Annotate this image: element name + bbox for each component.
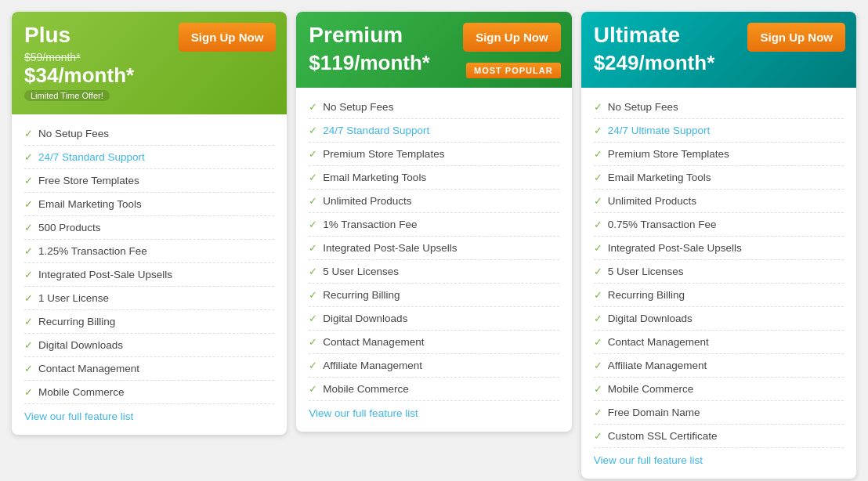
feature-item: ✓24/7 Standard Support (24, 146, 274, 169)
feature-label: Mobile Commerce (608, 383, 694, 395)
signup-button-plus[interactable]: Sign Up Now (179, 23, 277, 52)
price-main-plus: $34/month* (24, 63, 274, 88)
feature-list-link-ultimate[interactable]: View our full feature list (594, 454, 844, 466)
feature-item: ✓24/7 Ultimate Support (594, 119, 844, 143)
feature-item: ✓1 User License (24, 287, 274, 310)
checkmark-icon: ✓ (309, 266, 317, 277)
checkmark-icon: ✓ (24, 316, 33, 327)
signup-button-ultimate[interactable]: Sign Up Now (747, 23, 845, 52)
feature-item: ✓1.25% Transaction Fee (24, 240, 274, 263)
feature-label: 5 User Licenses (608, 266, 684, 277)
checkmark-icon: ✓ (24, 198, 33, 210)
feature-list-link-plus[interactable]: View our full feature list (24, 410, 274, 422)
feature-label: Email Marketing Tools (323, 172, 426, 183)
feature-label: Affiliate Management (608, 360, 707, 371)
checkmark-icon: ✓ (594, 242, 602, 254)
feature-label: Recurring Billing (38, 316, 115, 327)
feature-label: Free Domain Name (608, 407, 700, 418)
feature-label: Contact Management (608, 336, 709, 348)
feature-item: ✓24/7 Standard Support (309, 119, 559, 143)
feature-item: ✓Affiliate Management (594, 354, 844, 378)
features-list-premium: ✓No Setup Fees✓24/7 Standard Support✓Pre… (296, 88, 571, 432)
feature-item: ✓500 Products (24, 216, 274, 240)
feature-label: Digital Downloads (323, 313, 407, 324)
checkmark-icon: ✓ (24, 245, 33, 257)
feature-item: ✓0.75% Transaction Fee (594, 213, 844, 237)
feature-label: Unlimited Products (608, 195, 696, 207)
feature-label: 1% Transaction Fee (323, 219, 417, 230)
price-wrapper-plus: $59/month*$34/month*Limited Time Offer! (24, 51, 274, 102)
feature-item: ✓Digital Downloads (24, 334, 274, 357)
feature-label: 24/7 Ultimate Support (608, 125, 711, 136)
checkmark-icon: ✓ (594, 383, 602, 395)
features-list-plus: ✓No Setup Fees✓24/7 Standard Support✓Fre… (12, 114, 287, 435)
feature-label: Digital Downloads (608, 313, 693, 324)
feature-label: No Setup Fees (608, 101, 678, 113)
feature-item: ✓Recurring Billing (594, 284, 844, 307)
most-popular-badge-premium: MOST POPULAR (466, 63, 561, 78)
feature-item: ✓Contact Management (24, 357, 274, 381)
feature-list-link-premium[interactable]: View our full feature list (309, 407, 559, 419)
checkmark-icon: ✓ (309, 125, 317, 136)
checkmark-icon: ✓ (24, 363, 33, 374)
feature-item: ✓Integrated Post-Sale Upsells (309, 237, 559, 260)
feature-label: Premium Store Templates (323, 148, 444, 160)
feature-item: ✓Digital Downloads (309, 307, 559, 331)
checkmark-icon: ✓ (594, 266, 602, 277)
checkmark-icon: ✓ (309, 336, 317, 348)
features-list-ultimate: ✓No Setup Fees✓24/7 Ultimate Support✓Pre… (581, 88, 856, 479)
feature-label: 0.75% Transaction Fee (608, 219, 717, 230)
feature-item: ✓Mobile Commerce (309, 378, 559, 401)
feature-label: No Setup Fees (38, 128, 109, 139)
feature-label: Integrated Post-Sale Upsells (608, 242, 742, 254)
checkmark-icon: ✓ (24, 151, 33, 163)
checkmark-icon: ✓ (309, 101, 317, 113)
feature-item: ✓Mobile Commerce (24, 381, 274, 404)
checkmark-icon: ✓ (309, 195, 317, 207)
feature-label: Integrated Post-Sale Upsells (38, 269, 172, 280)
checkmark-icon: ✓ (594, 101, 602, 113)
feature-item: ✓Mobile Commerce (594, 378, 844, 401)
checkmark-icon: ✓ (594, 219, 602, 230)
feature-label: Contact Management (38, 363, 139, 374)
feature-label: Mobile Commerce (38, 386, 125, 398)
checkmark-icon: ✓ (24, 292, 33, 304)
feature-item: ✓Email Marketing Tools (309, 166, 559, 190)
feature-item: ✓5 User Licenses (594, 260, 844, 284)
plan-header-premium: Premium$119/month*Sign Up NowMOST POPULA… (296, 12, 571, 88)
checkmark-icon: ✓ (594, 289, 602, 301)
price-note-plus: Limited Time Offer! (24, 88, 274, 102)
plan-card-ultimate: Ultimate$249/month*Sign Up Now✓No Setup … (581, 12, 856, 479)
feature-label: 24/7 Standard Support (323, 125, 429, 136)
checkmark-icon: ✓ (309, 383, 317, 395)
feature-label: 500 Products (38, 222, 101, 233)
price-main-ultimate: $249/month* (594, 51, 844, 75)
feature-label: Email Marketing Tools (608, 172, 711, 183)
checkmark-icon: ✓ (309, 242, 317, 254)
checkmark-icon: ✓ (24, 269, 33, 280)
feature-label: 24/7 Standard Support (38, 151, 145, 163)
checkmark-icon: ✓ (594, 313, 602, 324)
signup-button-premium[interactable]: Sign Up Now (463, 23, 561, 52)
pricing-table: Plus$59/month*$34/month*Limited Time Off… (12, 12, 856, 479)
checkmark-icon: ✓ (309, 360, 317, 371)
feature-item: ✓Free Store Templates (24, 169, 274, 193)
checkmark-icon: ✓ (594, 125, 602, 136)
feature-item: ✓Contact Management (309, 331, 559, 354)
feature-label: Contact Management (323, 336, 424, 348)
checkmark-icon: ✓ (594, 407, 602, 418)
feature-item: ✓Email Marketing Tools (24, 193, 274, 216)
checkmark-icon: ✓ (24, 222, 33, 233)
checkmark-icon: ✓ (594, 430, 602, 442)
feature-item: ✓Premium Store Templates (594, 143, 844, 166)
feature-item: ✓No Setup Fees (594, 96, 844, 119)
feature-label: Free Store Templates (38, 175, 139, 186)
checkmark-icon: ✓ (24, 386, 33, 398)
feature-label: Custom SSL Certificate (608, 430, 718, 442)
feature-label: Recurring Billing (323, 289, 400, 301)
plan-card-premium: Premium$119/month*Sign Up NowMOST POPULA… (296, 12, 571, 432)
checkmark-icon: ✓ (594, 148, 602, 160)
feature-label: Mobile Commerce (323, 383, 409, 395)
feature-item: ✓1% Transaction Fee (309, 213, 559, 237)
feature-item: ✓Integrated Post-Sale Upsells (594, 237, 844, 260)
